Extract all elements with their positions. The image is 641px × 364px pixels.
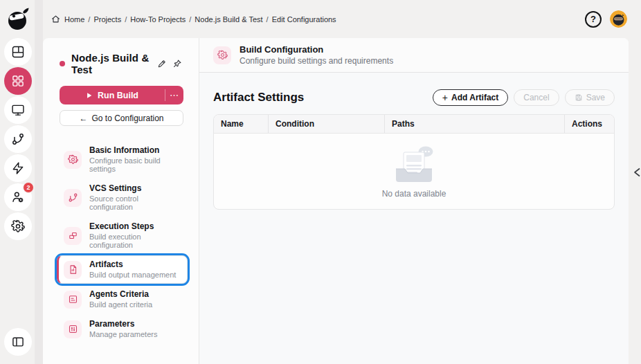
nav-item-title: Execution Steps (89, 222, 181, 231)
column-header-name: Name (214, 115, 268, 133)
nav-item-subtitle: Build output management (89, 271, 176, 279)
add-artifact-button[interactable]: + Add Artifact (433, 89, 508, 106)
breadcrumb-projects[interactable]: Projects (93, 15, 121, 24)
rail-settings-gear-icon[interactable] (4, 212, 32, 240)
nav-item-title: Parameters (89, 320, 157, 329)
pin-icon[interactable] (171, 57, 183, 70)
go-to-configuration-button[interactable]: ← Go to Configuration (60, 110, 183, 126)
nav-item-agents-criteria[interactable]: Agents Criteria Build agent criteria (57, 285, 188, 313)
nav-item-artifacts[interactable]: Artifacts Build output management (57, 255, 188, 284)
nav-item-subtitle: Build agent criteria (89, 300, 152, 309)
artifact-file-icon (64, 261, 82, 279)
rail-projects-icon[interactable] (4, 67, 32, 95)
column-header-condition: Condition (268, 115, 384, 133)
gear-icon (64, 151, 82, 169)
save-button[interactable]: Save (565, 89, 615, 106)
nav-item-title: Agents Criteria (89, 290, 152, 299)
nav-item-subtitle: Configure basic build settings (89, 156, 181, 173)
breadcrumb-howto-projects[interactable]: How-To Projects (130, 15, 186, 24)
nav-item-subtitle: Build execution configuration (89, 233, 181, 249)
app-logo-ninja-icon[interactable] (4, 6, 32, 33)
breadcrumb-separator: / (189, 15, 191, 24)
breadcrumb-build-config[interactable]: Node.js Build & Test (195, 15, 262, 24)
go-to-configuration-label: Go to Configuration (91, 113, 163, 123)
home-icon (51, 15, 60, 24)
build-configuration-title: Node.js Build & Test (71, 52, 153, 75)
edit-pencil-icon[interactable] (156, 57, 168, 70)
build-status-dot (60, 61, 65, 66)
breadcrumb-edit-configurations[interactable]: Edit Configurations (272, 15, 336, 24)
breadcrumb-separator: / (125, 15, 127, 24)
question-mark-icon: ? (590, 15, 596, 24)
rail-vcs-branch-icon[interactable] (4, 125, 32, 153)
breadcrumb-separator: / (88, 15, 90, 24)
config-section-list: Basic Information Configure basic build … (43, 141, 199, 345)
cancel-label: Cancel (523, 93, 549, 102)
content-shell: Node.js Build & Test Run Build ⋯ ← Go to… (43, 38, 629, 364)
play-icon (86, 92, 93, 99)
cancel-button[interactable]: Cancel (514, 89, 559, 106)
help-button[interactable]: ? (585, 11, 602, 28)
rail-queue-lightning-icon[interactable] (4, 154, 32, 182)
nav-item-subtitle: Source control configuration (89, 194, 181, 211)
run-build-menu-ellipsis-icon[interactable]: ⋯ (165, 86, 183, 104)
notification-badge: 2 (23, 182, 34, 193)
artifacts-table: Name Condition Paths Actions (213, 114, 615, 210)
nav-item-basic-information[interactable]: Basic Information Configure basic build … (57, 141, 188, 178)
add-artifact-label: Add Artifact (451, 93, 498, 102)
save-floppy-icon (575, 93, 583, 102)
steps-icon (64, 227, 82, 245)
column-header-paths: Paths (384, 115, 564, 133)
empty-state: No data available (214, 134, 614, 209)
nav-item-parameters[interactable]: Parameters Manage parameters (57, 315, 188, 343)
rail-agents-monitor-icon[interactable] (4, 96, 32, 124)
empty-state-text: No data available (382, 189, 446, 199)
gear-icon (213, 46, 231, 64)
section-title-artifact-settings: Artifact Settings (213, 91, 304, 104)
topbar: Home / Projects / How-To Projects / Node… (43, 0, 641, 38)
agent-screen-icon (64, 291, 82, 309)
rail-users-icon[interactable]: 2 (4, 183, 32, 211)
parameters-sliders-icon (64, 320, 82, 338)
nav-item-title: Artifacts (89, 260, 176, 269)
page-subtitle: Configure build settings and requirement… (240, 56, 393, 66)
nav-item-execution-steps[interactable]: Execution Steps Build execution configur… (57, 217, 188, 254)
configuration-sidebar: Node.js Build & Test Run Build ⋯ ← Go to… (43, 38, 199, 364)
breadcrumb-separator: / (267, 15, 269, 24)
nav-item-vcs-settings[interactable]: VCS Settings Source control configuratio… (57, 179, 188, 216)
main-panel: Build Configuration Configure build sett… (199, 38, 629, 364)
breadcrumb-home[interactable]: Home (64, 15, 84, 24)
run-build-label: Run Build (98, 91, 138, 100)
left-arrow-icon: ← (79, 113, 87, 123)
panel-expand-chevron-icon[interactable] (633, 167, 641, 177)
user-avatar[interactable] (610, 10, 627, 28)
breadcrumb: Home / Projects / How-To Projects / Node… (51, 15, 336, 24)
plus-icon: + (442, 93, 448, 102)
nav-item-subtitle: Manage parameters (89, 330, 157, 338)
save-label: Save (586, 93, 605, 102)
app-rail: 2 (0, 0, 43, 364)
page-title: Build Configuration (240, 44, 393, 55)
nav-item-title: Basic Information (89, 146, 181, 155)
build-configuration-header: Build Configuration Configure build sett… (199, 38, 629, 73)
empty-inbox-illustration (389, 144, 439, 184)
rail-dashboard-icon[interactable] (4, 38, 32, 66)
nav-item-title: VCS Settings (89, 184, 181, 193)
table-header-row: Name Condition Paths Actions (214, 115, 614, 134)
rail-collapse-sidebar-icon[interactable] (4, 328, 32, 356)
column-header-actions: Actions (564, 115, 614, 133)
run-build-button[interactable]: Run Build ⋯ (60, 86, 183, 104)
branch-icon (64, 189, 82, 207)
